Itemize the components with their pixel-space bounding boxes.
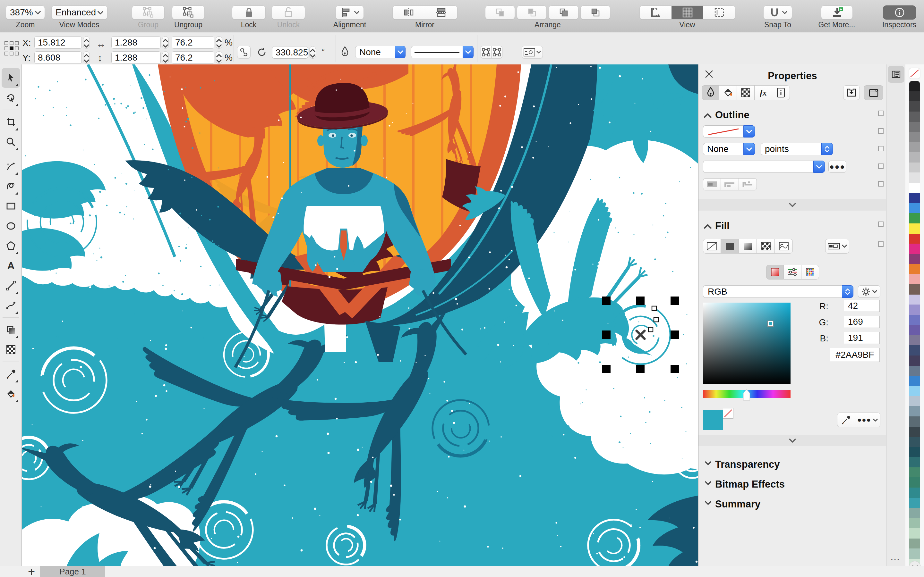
svg-text:A: A [7,260,15,271]
svg-text:fx: fx [760,88,767,97]
